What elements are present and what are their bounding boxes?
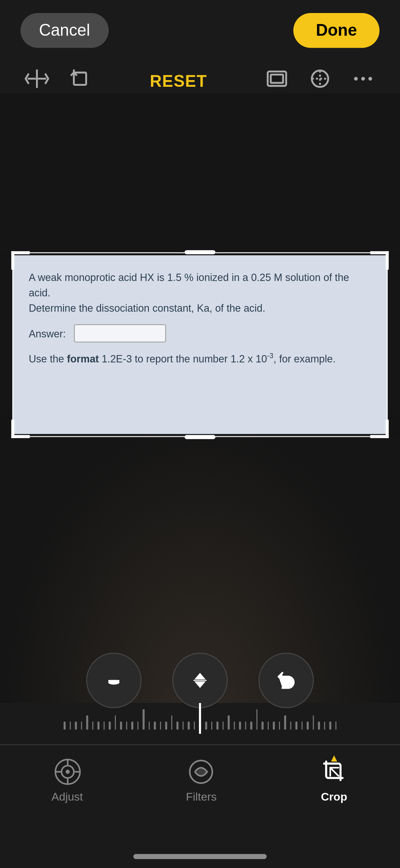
tick <box>143 709 144 730</box>
toolbar-row: RESET <box>0 60 400 107</box>
tick <box>131 721 133 730</box>
tick <box>205 721 207 730</box>
tab-adjust-label: Adjust <box>52 790 83 803</box>
tick <box>233 721 235 730</box>
tick <box>120 721 122 730</box>
vertical-flip-button[interactable] <box>172 653 228 708</box>
crop-handle-top-left[interactable] <box>11 251 30 270</box>
home-indicator <box>133 854 267 859</box>
tick <box>228 715 229 730</box>
tick <box>318 721 320 730</box>
tick <box>188 721 189 730</box>
rotation-buttons <box>86 653 314 708</box>
tab-crop-label: Crop <box>321 790 347 803</box>
aspect-ratio-icon[interactable] <box>265 66 289 97</box>
tick <box>159 721 161 730</box>
tab-adjust[interactable]: Adjust <box>31 753 103 807</box>
tick <box>148 721 150 730</box>
crop-handle-mid-bottom[interactable] <box>185 435 215 439</box>
ruler <box>0 703 400 734</box>
tick <box>75 721 77 730</box>
image-area: A weak monoprotic acid HX is 1.5 % ioniz… <box>0 93 400 703</box>
bottom-tabs: Adjust Filters Crop <box>0 744 400 837</box>
crop-handle-top-right[interactable] <box>370 251 389 270</box>
tick <box>109 721 110 730</box>
tick <box>182 721 184 730</box>
toolbar-icons-left <box>25 66 92 97</box>
tick <box>324 721 325 730</box>
toolbar-icons-right <box>265 66 375 97</box>
tick <box>245 721 246 730</box>
tick <box>329 721 331 730</box>
tick <box>216 721 218 730</box>
tick <box>193 721 195 730</box>
tick <box>165 721 167 730</box>
tick <box>114 715 116 730</box>
crop-icon <box>320 757 348 786</box>
tick <box>211 721 212 730</box>
tick <box>301 721 303 730</box>
tab-filters-label: Filters <box>186 790 217 803</box>
tick <box>137 721 139 730</box>
svg-point-6 <box>368 77 372 81</box>
svg-marker-12 <box>194 681 206 688</box>
top-bar: Cancel Done <box>0 1 400 60</box>
crop-handle-bottom-right[interactable] <box>370 420 389 438</box>
tick <box>284 715 286 730</box>
svg-rect-2 <box>271 75 283 83</box>
tick <box>335 721 337 730</box>
tick <box>92 721 93 730</box>
tick <box>262 721 263 730</box>
tick <box>126 721 127 730</box>
tick <box>69 721 71 730</box>
crop-handle-bottom-left[interactable] <box>11 420 30 438</box>
filters-icon <box>187 757 216 786</box>
ruler-center-line <box>199 703 201 734</box>
adjust-icon <box>53 757 82 786</box>
rotate-left-button[interactable] <box>258 653 314 708</box>
tick <box>250 721 252 730</box>
tick <box>278 721 280 730</box>
overlay-top <box>0 93 400 257</box>
crop-handle-mid-top[interactable] <box>185 250 215 254</box>
tick <box>97 721 99 730</box>
tick <box>86 715 88 730</box>
reset-button[interactable]: RESET <box>150 72 207 91</box>
tick <box>176 721 178 730</box>
svg-rect-11 <box>193 680 206 681</box>
svg-marker-10 <box>194 673 206 679</box>
tick <box>64 721 65 730</box>
overlay-right <box>388 252 400 436</box>
tick <box>171 715 172 730</box>
cancel-button[interactable]: Cancel <box>21 13 109 48</box>
tick <box>103 721 105 730</box>
tick <box>295 721 297 730</box>
tick <box>256 709 258 730</box>
tick <box>267 721 269 730</box>
more-icon[interactable] <box>351 66 375 97</box>
svg-point-5 <box>361 77 365 81</box>
svg-point-15 <box>65 770 69 774</box>
svg-rect-9 <box>108 680 120 681</box>
tab-crop[interactable]: Crop <box>299 753 369 807</box>
mask-icon[interactable] <box>308 66 332 97</box>
tick <box>290 721 291 730</box>
flip-horizontal-icon[interactable] <box>25 66 49 97</box>
done-button[interactable]: Done <box>293 13 379 48</box>
tick <box>154 721 156 730</box>
tick <box>222 721 224 730</box>
rotation-controls <box>0 653 400 708</box>
tab-filters[interactable]: Filters <box>165 753 237 807</box>
tick <box>81 721 82 730</box>
tick <box>312 715 314 730</box>
level-button[interactable] <box>86 653 141 708</box>
svg-point-4 <box>354 77 358 81</box>
tick <box>273 721 274 730</box>
tick <box>239 721 241 730</box>
overlay-left <box>0 252 12 436</box>
crop-box[interactable] <box>12 252 388 437</box>
rotate-icon[interactable] <box>68 66 92 97</box>
tick <box>307 721 308 730</box>
